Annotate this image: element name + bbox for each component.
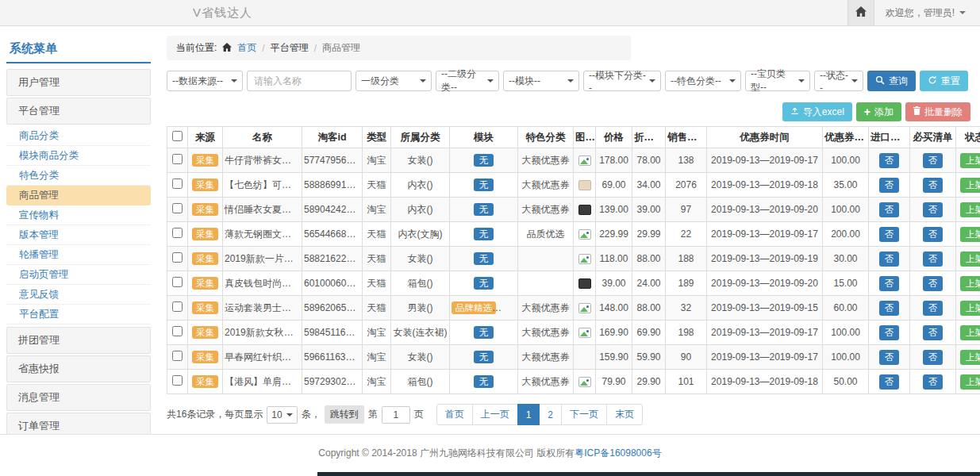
sidebar-subitem-module-product-category[interactable]: 模块商品分类 bbox=[6, 146, 151, 166]
page-button-1[interactable]: 1 bbox=[517, 404, 540, 425]
sidebar-subitem-feedback[interactable]: 意见反馈 bbox=[6, 285, 151, 305]
cell-source: 采集 bbox=[188, 148, 223, 173]
breadcrumb-home-link[interactable]: 首页 bbox=[237, 41, 256, 55]
upload-icon bbox=[790, 106, 799, 117]
status-button[interactable]: 上架 bbox=[960, 374, 980, 390]
row-checkbox[interactable] bbox=[172, 228, 183, 238]
page-button-last[interactable]: 末页 bbox=[606, 404, 643, 425]
module-badge: 无 bbox=[474, 228, 494, 240]
item-type-select[interactable]: --宝贝类型-- bbox=[745, 71, 810, 91]
icp-link[interactable]: 粤ICP备16098006号 bbox=[575, 447, 661, 459]
import-select-toggle[interactable]: 否 bbox=[879, 251, 900, 267]
row-checkbox[interactable] bbox=[172, 375, 183, 386]
data-source-select[interactable]: --数据来源-- bbox=[167, 71, 243, 91]
name-search-input[interactable] bbox=[247, 71, 352, 91]
must-buy-toggle[interactable]: 否 bbox=[923, 178, 943, 193]
sidebar-item-savings-express[interactable]: 省惠快报 bbox=[6, 355, 151, 382]
cell-coupon-time: 2019-09-13—2019-09-18 bbox=[707, 370, 823, 394]
cell-import-select: 否 bbox=[869, 296, 910, 321]
bottom-strip bbox=[317, 472, 980, 476]
level1-category-select[interactable]: 一级分类 bbox=[355, 71, 432, 91]
row-checkbox[interactable] bbox=[172, 178, 183, 189]
must-buy-toggle[interactable]: 否 bbox=[923, 153, 943, 168]
import-select-toggle[interactable]: 否 bbox=[879, 301, 900, 316]
must-buy-toggle[interactable]: 否 bbox=[923, 276, 943, 291]
must-buy-toggle[interactable]: 否 bbox=[923, 202, 943, 217]
page-button-first[interactable]: 首页 bbox=[436, 404, 473, 425]
import-select-toggle[interactable]: 否 bbox=[879, 374, 900, 390]
cell-must-buy: 否 bbox=[910, 222, 956, 247]
status-button[interactable]: 上架 bbox=[960, 301, 980, 316]
module-select[interactable]: --模块-- bbox=[503, 71, 579, 91]
status-button[interactable]: 上架 bbox=[960, 227, 980, 242]
user-menu[interactable]: 欢迎您，管理员! bbox=[874, 6, 980, 20]
col-header-sales: 销售数量 bbox=[666, 127, 707, 148]
row-checkbox[interactable] bbox=[172, 154, 183, 164]
breadcrumb-level1: 平台管理 bbox=[271, 41, 309, 55]
cell-taoke-id: 588869917501 bbox=[302, 173, 363, 198]
batch-delete-button[interactable]: 批量删除 bbox=[905, 102, 970, 121]
row-checkbox[interactable] bbox=[172, 351, 183, 361]
sidebar-subitem-platform-config[interactable]: 平台配置 bbox=[6, 305, 151, 324]
row-checkbox[interactable] bbox=[172, 326, 183, 336]
must-buy-toggle[interactable]: 否 bbox=[923, 251, 943, 267]
search-button[interactable]: 查询 bbox=[867, 71, 916, 91]
sidebar-subitem-feature-category[interactable]: 特色分类 bbox=[6, 166, 151, 186]
sidebar-item-message-management[interactable]: 消息管理 bbox=[6, 384, 151, 411]
import-select-toggle[interactable]: 否 bbox=[879, 350, 900, 365]
sidebar-subitem-version-management[interactable]: 版本管理 bbox=[6, 225, 151, 245]
status-button[interactable]: 上架 bbox=[960, 153, 980, 168]
import-select-toggle[interactable]: 否 bbox=[879, 153, 900, 168]
import-select-toggle[interactable]: 否 bbox=[879, 325, 900, 340]
import-select-toggle[interactable]: 否 bbox=[879, 178, 900, 193]
sidebar-subitem-splash-page-management[interactable]: 启动页管理 bbox=[6, 265, 151, 285]
cell-category: 箱包() bbox=[391, 370, 450, 394]
status-button[interactable]: 上架 bbox=[960, 276, 980, 291]
must-buy-toggle[interactable]: 否 bbox=[923, 374, 943, 390]
must-buy-toggle[interactable]: 否 bbox=[923, 301, 943, 316]
import-select-toggle[interactable]: 否 bbox=[879, 202, 900, 217]
page-button-next[interactable]: 下一页 bbox=[561, 404, 607, 425]
row-checkbox[interactable] bbox=[172, 277, 183, 287]
per-page-select[interactable]: 10 bbox=[267, 406, 297, 424]
add-button[interactable]: + 添加 bbox=[856, 102, 901, 121]
jump-button[interactable]: 跳转到 bbox=[325, 405, 364, 424]
cell-must-buy: 否 bbox=[910, 198, 956, 222]
must-buy-toggle[interactable]: 否 bbox=[923, 325, 943, 340]
level2-category-select[interactable]: --二级分类-- bbox=[436, 71, 499, 91]
page-button-prev[interactable]: 上一页 bbox=[472, 404, 518, 425]
module-subcategory-select[interactable]: --模块下分类-- bbox=[583, 71, 661, 91]
row-checkbox[interactable] bbox=[172, 203, 183, 213]
status-button[interactable]: 上架 bbox=[960, 178, 980, 193]
sidebar-subitem-product-management[interactable]: 商品管理 bbox=[6, 186, 151, 205]
status-button[interactable]: 上架 bbox=[960, 202, 980, 217]
sidebar-item-platform-management[interactable]: 平台管理 bbox=[6, 98, 151, 125]
feature-category-select[interactable]: --特色分类-- bbox=[665, 71, 741, 91]
import-select-toggle[interactable]: 否 bbox=[879, 227, 900, 242]
sidebar-item-user-management[interactable]: 用户管理 bbox=[6, 69, 151, 96]
status-select[interactable]: --状态-- bbox=[814, 71, 863, 91]
sidebar-subitem-promo-material[interactable]: 宣传物料 bbox=[6, 205, 151, 225]
row-checkbox[interactable] bbox=[172, 301, 183, 312]
row-checkbox[interactable] bbox=[172, 252, 183, 263]
page-button-2[interactable]: 2 bbox=[539, 404, 562, 425]
status-button[interactable]: 上架 bbox=[960, 251, 980, 267]
cell-sales: 2076 bbox=[666, 173, 707, 198]
status-button[interactable]: 上架 bbox=[960, 350, 980, 365]
must-buy-toggle[interactable]: 否 bbox=[923, 227, 943, 242]
jump-page-input[interactable] bbox=[382, 406, 410, 424]
import-select-toggle[interactable]: 否 bbox=[879, 276, 900, 291]
source-badge: 采集 bbox=[192, 301, 218, 314]
sidebar-subitem-carousel-management[interactable]: 轮播管理 bbox=[6, 245, 151, 265]
sidebar-item-order-management[interactable]: 订单管理 bbox=[6, 413, 151, 434]
sidebar-subitem-product-category[interactable]: 商品分类 bbox=[6, 126, 151, 146]
status-button[interactable]: 上架 bbox=[960, 325, 980, 340]
must-buy-toggle[interactable]: 否 bbox=[923, 350, 943, 365]
sidebar-item-group-buy-management[interactable]: 拼团管理 bbox=[6, 327, 151, 354]
cell-feature bbox=[518, 247, 574, 271]
select-all-checkbox[interactable] bbox=[172, 131, 183, 141]
reset-button[interactable]: 重置 bbox=[920, 71, 968, 91]
chevron-down-icon bbox=[286, 413, 293, 416]
import-excel-button[interactable]: 导入excel bbox=[782, 102, 852, 121]
home-button[interactable] bbox=[847, 0, 874, 25]
